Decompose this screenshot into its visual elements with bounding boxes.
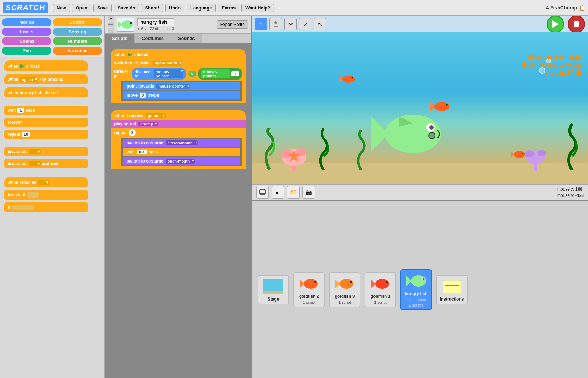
category-looks[interactable]: Looks — [2, 28, 51, 36]
sprite-hungryfish[interactable]: hungry fish 2 costumes 2 scripts — [400, 269, 432, 310]
goldfish3-thumbnail — [334, 275, 355, 293]
sprite-ctrl-minus[interactable]: − — [108, 28, 114, 33]
small-fish-sprite — [430, 101, 450, 113]
sprite-stage[interactable]: Stage — [258, 275, 289, 304]
script2-wait: wait 0.3 secs — [123, 148, 240, 156]
topbar: SCRATCH New Open Save Save As Share! Und… — [0, 0, 588, 16]
svg-point-27 — [514, 151, 525, 158]
sprite-instructions[interactable]: instructions — [436, 275, 468, 304]
save-as-button[interactable]: Save As — [114, 4, 139, 12]
svg-point-13 — [446, 104, 448, 106]
svg-marker-36 — [335, 280, 340, 288]
scratch-logo: SCRATCH — [3, 2, 48, 13]
category-numbers[interactable]: Numbers — [53, 37, 102, 45]
script1-cmd1: switch to costume open-mouth▾ — [111, 59, 246, 67]
sprite-ctrl-arrows[interactable]: ⟺ — [108, 22, 114, 27]
seaweed-2 — [315, 125, 332, 170]
sprite-ctrl-plus[interactable]: + — [108, 16, 114, 21]
hungryfish-thumbnail — [406, 272, 427, 290]
svg-point-40 — [375, 279, 389, 289]
camera-btn[interactable]: 📷 — [302, 186, 315, 199]
script2-costume-closed: switch to costume closed-mouth▾ — [123, 139, 240, 147]
tab-costumes[interactable]: Costumes — [135, 34, 171, 43]
expand-tool[interactable]: ⤢ — [299, 18, 312, 30]
script-group-2: when I receive got-me▾ play sound chomp▾… — [111, 110, 246, 169]
starfish — [287, 149, 301, 163]
instructions-thumbnail — [441, 278, 462, 295]
block-repeat[interactable]: repeat 10 — [4, 130, 88, 139]
block-broadcast-wait[interactable]: broadcast and wait — [4, 159, 88, 168]
cursor-tool[interactable]: ↖ — [255, 18, 267, 30]
script2-costume-open: switch to costume open-mouth▾ — [123, 157, 240, 165]
category-sensing[interactable]: Sensing — [53, 28, 102, 36]
red-stop-button[interactable] — [568, 16, 585, 33]
folder-btn[interactable]: 📁 — [287, 186, 300, 199]
svg-point-28 — [522, 153, 523, 154]
language-button[interactable]: Language — [187, 4, 216, 12]
open-button[interactable]: Open — [72, 4, 91, 12]
block-broadcast[interactable]: broadcast — [4, 147, 88, 156]
block-when-key-pressed[interactable]: when space key pressed — [4, 74, 88, 84]
block-when-receive[interactable]: when I receive — [4, 177, 88, 187]
svg-marker-4 — [552, 20, 559, 28]
svg-rect-46 — [443, 280, 461, 293]
shrink-tool[interactable]: ⤡ — [314, 18, 326, 30]
mouse-coords: mouse x: 168 mouse y: -428 — [557, 186, 584, 199]
help-button[interactable]: Want Help? — [241, 4, 274, 12]
svg-marker-39 — [371, 280, 376, 288]
block-when-sprite-clicked[interactable]: when hungry fish clicked — [4, 87, 88, 97]
block-when-clicked[interactable]: when clicked — [4, 60, 88, 71]
sprite-thumbnail — [117, 18, 134, 32]
project-name: 4 FishChomp 📋 — [546, 5, 585, 11]
stage-controls — [547, 16, 585, 33]
svg-point-16 — [352, 77, 354, 79]
save-button[interactable]: Save — [93, 4, 112, 12]
cursor-indicator — [428, 132, 435, 139]
tab-scripts[interactable]: Scripts — [105, 34, 135, 43]
stage-thumbnail — [263, 278, 284, 295]
sprite-controls: + ⟺ − — [108, 16, 114, 33]
category-variables[interactable]: Variables — [53, 47, 102, 55]
script1-foreverif: forever if distance to mouse-pointer▾ > … — [111, 67, 246, 103]
category-motion[interactable]: Motion — [2, 18, 51, 26]
block-forever[interactable]: forever — [4, 118, 88, 127]
seaweed-1 — [259, 128, 280, 170]
share-button[interactable]: Share! — [141, 4, 163, 12]
block-forever-if[interactable]: forever if — [4, 190, 88, 200]
category-pen[interactable]: Pen — [2, 47, 51, 55]
category-sound[interactable]: Sound — [2, 37, 51, 45]
green-flag-button[interactable] — [547, 16, 564, 33]
script-group-1: when clicked switch to costume open-mout… — [111, 49, 246, 103]
undo-button[interactable]: Undo — [165, 4, 184, 12]
block-wait[interactable]: wait 1 secs — [4, 106, 88, 115]
block-categories: Motion Control Looks Sensing Sound Numbe… — [0, 16, 104, 57]
svg-rect-32 — [263, 291, 284, 294]
scripts-canvas[interactable]: when clicked switch to costume open-mout… — [105, 44, 251, 378]
tab-sounds[interactable]: Sounds — [171, 34, 202, 43]
seaweed-3 — [354, 128, 369, 170]
scissors-tool[interactable]: ✂ — [284, 18, 297, 30]
export-sprite-button[interactable]: Export Sprite — [217, 20, 248, 29]
person-tool[interactable] — [270, 18, 282, 30]
script1-hat: when clicked — [111, 49, 246, 59]
goldfish1-thumbnail — [370, 275, 391, 293]
svg-point-15 — [342, 76, 355, 83]
svg-point-35 — [314, 281, 316, 283]
category-control[interactable]: Control — [53, 18, 102, 26]
sprite-goldfish1[interactable]: goldfish 1 1 script — [365, 272, 396, 307]
sprite-coords: x: 6 y: -72 direction: 3 — [137, 27, 174, 31]
svg-marker-0 — [118, 21, 122, 28]
extras-button[interactable]: Extras — [218, 4, 239, 12]
right-panel: ↖ ✂ ⤢ ⤡ — [252, 16, 588, 378]
block-if[interactable]: if — [4, 202, 88, 212]
coral-2 — [525, 140, 546, 171]
paint-btn[interactable]: 🖌 — [272, 186, 284, 199]
stage-view-btn[interactable] — [256, 186, 269, 199]
svg-point-37 — [340, 279, 354, 289]
sprite-goldfish2[interactable]: goldfish 2 1 script — [293, 272, 325, 307]
svg-point-1 — [122, 20, 133, 29]
sprite-goldfish3[interactable]: goldfish 3 1 script — [329, 272, 360, 307]
stage-canvas: Click the green flag.Move the mouse to e… — [252, 32, 588, 184]
stage-bottom-toolbar: 🖌 📁 📷 mouse x: 168 mouse y: -428 — [252, 184, 588, 200]
new-button[interactable]: New — [53, 4, 70, 12]
